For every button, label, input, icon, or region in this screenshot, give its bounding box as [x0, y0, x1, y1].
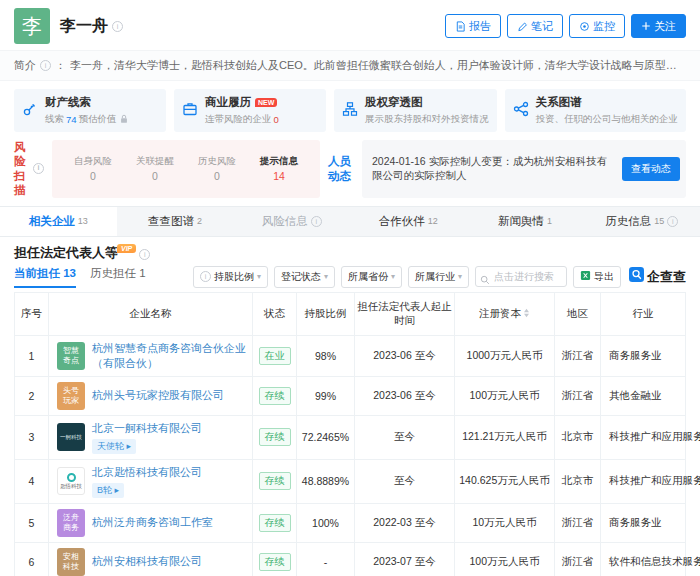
company-name-wrap: 匙悟科技北京匙悟科技有限公司B轮 ▸	[57, 465, 248, 498]
report-button[interactable]: 报告	[445, 14, 501, 38]
button-label: 报告	[469, 19, 491, 34]
button-label: 关注	[654, 19, 676, 34]
risk-stat-label: 提示信息	[248, 155, 310, 168]
section-title-row: 担任法定代表人等 VIP	[14, 244, 686, 262]
filter-province[interactable]: 所属省份▾	[341, 266, 402, 288]
company-logo: 一舸科技	[57, 423, 85, 451]
company-logo: 头号玩家	[57, 382, 85, 410]
company-logo: 智慧奇点	[57, 342, 85, 370]
subtab-history[interactable]: 历史担任 1	[90, 266, 146, 288]
filters: 持股比例▾登记状态▾所属省份▾所属行业▾ 导出 企查查	[193, 266, 686, 288]
company-name-link[interactable]: 杭州安相科技有限公司	[92, 554, 202, 569]
status-cell: 存续	[253, 542, 297, 576]
registered-capital-cell: 10万元人民币	[455, 503, 555, 542]
filter-registration-status[interactable]: 登记状态▾	[274, 266, 335, 288]
logo-text: 智慧	[63, 346, 79, 355]
company-name-block: 杭州泛舟商务咨询工作室	[92, 515, 213, 530]
desc-text: 连带风险的企业	[205, 113, 272, 126]
company-cell: 头号玩家杭州头号玩家控股有限公司	[49, 376, 253, 415]
qichacha-brand-text: 企查查	[647, 268, 686, 286]
tab-label: 风险信息	[262, 214, 308, 229]
company-table-body: 1智慧奇点杭州智慧奇点商务咨询合伙企业（有限合伙）在业98%2023-06 至今…	[15, 335, 686, 576]
risk-stat-value: 0	[124, 170, 186, 182]
row-index: 2	[15, 376, 49, 415]
logo-text: 科技	[63, 562, 79, 571]
company-name-link[interactable]: 北京匙悟科技有限公司	[92, 465, 202, 480]
logo-text: 一舸科技	[60, 434, 82, 440]
feature-cards: 财产线索线索 74 预估价值 商业履历NEW连带风险的企业 0股权穿透图展示股东…	[0, 81, 700, 138]
tab-label: 合作伙伴	[379, 214, 425, 229]
tab-news-sentiment[interactable]: 新闻舆情1	[467, 207, 584, 236]
status-cell: 存续	[253, 459, 297, 503]
table-row: 2头号玩家杭州头号玩家控股有限公司存续99%2023-06 至今100万元人民币…	[15, 376, 686, 415]
tab-history-info[interactable]: 历史信息15	[583, 207, 700, 236]
new-badge: NEW	[255, 98, 277, 107]
resume-icon	[182, 101, 198, 121]
status-badge: 存续	[259, 472, 291, 490]
status-cell: 存续	[253, 376, 297, 415]
company-name-link[interactable]: 杭州智慧奇点商务咨询合伙企业（有限合伙）	[92, 341, 248, 371]
company-name-wrap: 一舸科技北京一舸科技有限公司天使轮 ▸	[57, 421, 248, 454]
view-dynamics-button[interactable]: 查看动态	[622, 157, 680, 181]
tab-label: 历史信息	[605, 214, 651, 229]
feature-card-body: 财产线索线索 74 预估价值	[45, 95, 129, 126]
risk-dynamics-row: 风险扫描 自身风险0关联提醒0历史风险0提示信息14 人员动态 2024-01-…	[0, 138, 700, 206]
vip-badge: VIP	[117, 244, 136, 253]
company-name-link[interactable]: 杭州头号玩家控股有限公司	[92, 388, 224, 403]
region-cell: 浙江省	[555, 503, 601, 542]
risk-stat-label: 关联提醒	[124, 155, 186, 168]
risk-stat-自身风险[interactable]: 自身风险0	[62, 155, 124, 182]
risk-stat-提示信息[interactable]: 提示信息14	[248, 155, 310, 182]
legal-representative-section: 担任法定代表人等 VIP 当前担任 13历史担任 1 持股比例▾登记状态▾所属省…	[0, 237, 700, 576]
tenure-period-cell: 至今	[355, 459, 455, 503]
column-header-label: 地区	[567, 307, 588, 319]
shareholding-ratio-cell: 99%	[297, 376, 355, 415]
chevron-down-icon: ▾	[458, 272, 462, 281]
status-badge: 存续	[259, 514, 291, 532]
company-name-link[interactable]: 杭州泛舟商务咨询工作室	[92, 515, 213, 530]
tenure-period-cell: 2023-07 至今	[355, 542, 455, 576]
qichacha-brand: 企查查	[629, 267, 686, 286]
logo-ring-icon	[67, 473, 76, 482]
feature-card-relation-graph[interactable]: 关系图谱投资、任职的公司与他相关的企业	[505, 89, 687, 132]
excel-icon	[580, 270, 591, 283]
industry-cell: 科技推广和应用服务业	[601, 459, 686, 503]
tab-related-companies[interactable]: 相关企业13	[0, 207, 117, 236]
search-box	[475, 266, 567, 287]
feature-card-title: 关系图谱	[536, 95, 679, 110]
industry-cell: 软件和信息技术服务业	[601, 542, 686, 576]
company-name-link[interactable]: 北京一舸科技有限公司	[92, 421, 202, 436]
profile-header: 李 李一舟 报告笔记监控关注	[0, 0, 700, 50]
filter-shareholding-ratio[interactable]: 持股比例▾	[193, 266, 268, 288]
funding-round-tag[interactable]: B轮 ▸	[92, 483, 124, 498]
note-button[interactable]: 笔记	[507, 14, 563, 38]
registered-capital-cell: 100万元人民币	[455, 542, 555, 576]
tab-partners[interactable]: 合作伙伴12	[350, 207, 467, 236]
column-header-label: 担任法定代表人起止时间	[357, 300, 452, 326]
company-logo: 匙悟科技	[57, 467, 85, 495]
filter-industry[interactable]: 所属行业▾	[408, 266, 469, 288]
risk-stat-关联提醒[interactable]: 关联提醒0	[124, 155, 186, 182]
company-cell: 智慧奇点杭州智慧奇点商务咨询合伙企业（有限合伙）	[49, 335, 253, 376]
subtab-current[interactable]: 当前担任 13	[14, 266, 76, 288]
company-cell: 匙悟科技北京匙悟科技有限公司B轮 ▸	[49, 459, 253, 503]
export-button[interactable]: 导出	[573, 266, 621, 288]
follow-button[interactable]: 关注	[631, 14, 686, 38]
logo-text: 奇点	[63, 356, 79, 365]
monitor-button[interactable]: 监控	[569, 14, 625, 38]
status-badge: 存续	[259, 387, 291, 405]
feature-card-property-clues[interactable]: 财产线索线索 74 预估价值	[14, 89, 166, 132]
feature-card-body: 商业履历NEW连带风险的企业 0	[205, 95, 279, 126]
feature-card-business-resume[interactable]: 商业履历NEW连带风险的企业 0	[174, 89, 326, 132]
filter-label: 所属行业	[415, 270, 455, 284]
risk-stat-历史风险[interactable]: 历史风险0	[186, 155, 248, 182]
shareholding-ratio-cell: 72.2465%	[297, 415, 355, 459]
feature-card-equity-penetration[interactable]: 股权穿透图展示股东持股和对外投资情况	[334, 89, 497, 132]
intro-label: 简介	[14, 58, 36, 73]
subtab-filter-row: 当前担任 13历史担任 1 持股比例▾登记状态▾所属省份▾所属行业▾ 导出 企查…	[14, 266, 686, 288]
tab-chacha-graph[interactable]: 查查图谱2	[117, 207, 234, 236]
button-label: 监控	[593, 19, 615, 34]
status-badge: 存续	[259, 553, 291, 571]
funding-round-tag[interactable]: 天使轮 ▸	[92, 439, 136, 454]
tab-risk-info[interactable]: 风险信息	[233, 207, 350, 236]
